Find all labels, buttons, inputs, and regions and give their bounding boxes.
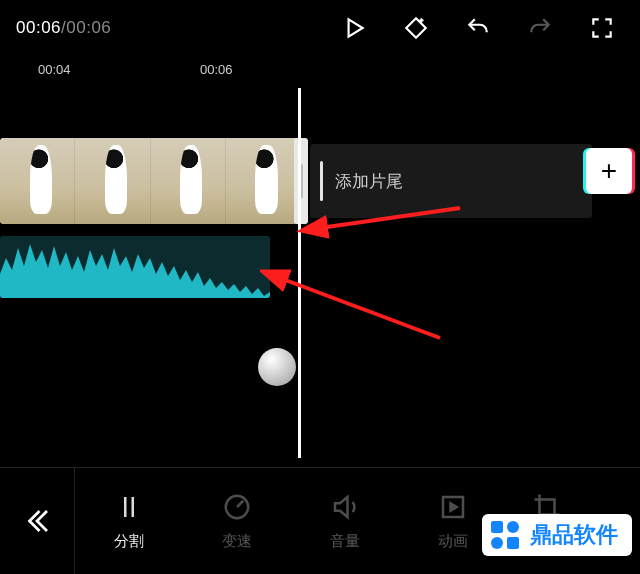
timeline[interactable]: 添加片尾 +: [0, 88, 640, 458]
clip-thumbnail: [74, 138, 149, 224]
keyframe-button[interactable]: [394, 6, 438, 50]
play-button[interactable]: [332, 6, 376, 50]
watermark-text: 鼎品软件: [530, 520, 618, 550]
clip-handle[interactable]: [294, 138, 308, 224]
audio-clip[interactable]: [0, 236, 270, 298]
tool-label: 动画: [438, 532, 468, 551]
watermark: 鼎品软件: [482, 514, 632, 556]
svg-rect-4: [491, 521, 503, 533]
chevron-left-icon: [22, 506, 52, 536]
tool-label: 变速: [222, 532, 252, 551]
svg-line-1: [280, 278, 440, 338]
ruler-tick: 00:06: [200, 62, 233, 77]
divider-icon: [320, 161, 323, 201]
tool-speed[interactable]: 变速: [183, 468, 291, 574]
ruler-tick: 00:04: [38, 62, 71, 77]
tool-split[interactable]: 分割: [75, 468, 183, 574]
back-button[interactable]: [0, 468, 75, 574]
fullscreen-button[interactable]: [580, 6, 624, 50]
playhead[interactable]: [298, 88, 301, 458]
watermark-icon: [488, 518, 522, 552]
video-clip[interactable]: [0, 138, 300, 224]
clip-thumbnail: [150, 138, 225, 224]
speed-icon: [222, 492, 252, 522]
tool-label: 分割: [114, 532, 144, 551]
plus-icon: +: [601, 155, 617, 187]
svg-point-5: [507, 521, 519, 533]
annotation-arrow: [260, 248, 460, 358]
undo-button[interactable]: [456, 6, 500, 50]
time-total: 00:06: [66, 18, 111, 37]
tool-label: 音量: [330, 532, 360, 551]
animation-icon: [438, 492, 468, 522]
expand-icon: [589, 15, 615, 41]
scrub-knob[interactable]: [258, 348, 296, 386]
svg-point-6: [491, 537, 503, 549]
add-ending-label: 添加片尾: [335, 170, 403, 193]
split-icon: [114, 492, 144, 522]
add-clip-button[interactable]: +: [586, 148, 632, 194]
redo-icon: [527, 15, 553, 41]
diamond-plus-icon: [403, 15, 429, 41]
svg-rect-7: [507, 537, 519, 549]
tool-volume[interactable]: 音量: [291, 468, 399, 574]
waveform-icon: [0, 236, 270, 298]
time-ruler[interactable]: 00:04 00:06: [0, 62, 640, 88]
clip-thumbnail: [225, 138, 300, 224]
time-display: 00:06/00:06: [16, 18, 111, 38]
clip-thumbnail: [0, 138, 74, 224]
redo-button[interactable]: [518, 6, 562, 50]
time-current: 00:06: [16, 18, 61, 37]
play-icon: [341, 15, 367, 41]
undo-icon: [465, 15, 491, 41]
add-ending-clip[interactable]: 添加片尾: [310, 144, 592, 218]
volume-icon: [330, 492, 360, 522]
